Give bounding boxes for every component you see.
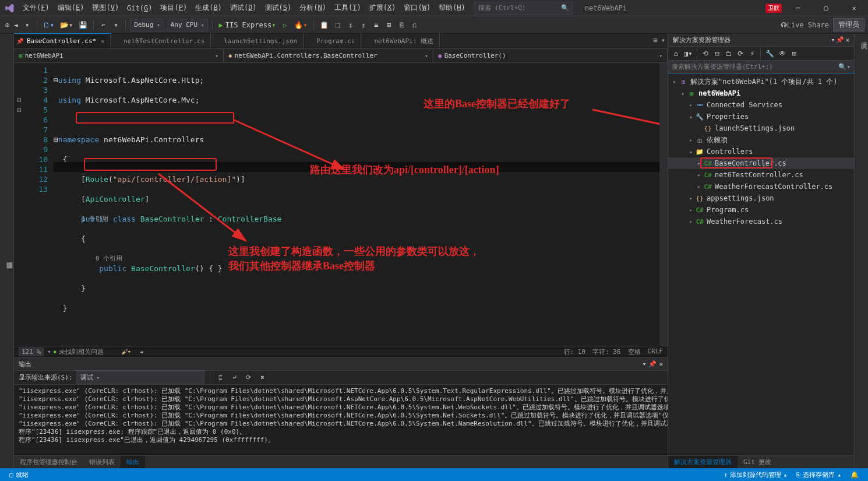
panel-opts-icon[interactable]: ▾ — [643, 360, 647, 368]
se-collapse-icon[interactable]: ⊟ — [712, 47, 722, 60]
tb-icon-3[interactable]: ↧ — [345, 19, 356, 31]
brush-icon[interactable]: 🖌▾ — [121, 348, 132, 356]
user-badge[interactable]: 卫朕 — [765, 3, 782, 13]
menu-H[interactable]: 帮助(H) — [435, 1, 470, 15]
menu-G[interactable]: Git(G) — [123, 2, 156, 14]
bc-class[interactable]: ◆ net6WebAPi.Controllers.BaseController▾ — [224, 49, 433, 62]
panel-close-icon[interactable]: ✕ — [659, 360, 663, 368]
tab-overflow-icon[interactable]: ⊞ — [654, 36, 658, 44]
node-solution[interactable]: ▸⊞解决方案"net6WebAPi"(1 个项目/共 1 个) — [668, 76, 854, 87]
menu-W[interactable]: 窗口(W) — [400, 1, 435, 15]
run-button[interactable]: ▶ IIS Express ▾ — [217, 19, 277, 31]
rp-close-icon[interactable]: ✕ — [845, 36, 849, 44]
node-weatherforecast[interactable]: ▸C#WeatherForecast.cs — [668, 216, 854, 227]
se-showall-icon[interactable]: 🗀 — [724, 47, 734, 60]
node-testcontroller[interactable]: ▸C#net6TestController.cs — [668, 169, 854, 181]
status-add-source[interactable]: ↑ 添加到源代码管理 ▴ — [719, 471, 792, 479]
tb-icon-2[interactable]: ⬚ — [333, 19, 343, 31]
menu-S[interactable]: 测试(S) — [261, 1, 296, 15]
node-deps[interactable]: ▸◫依赖项 — [668, 134, 854, 146]
se-filter-icon[interactable]: ⚡ — [747, 47, 757, 60]
undo-button[interactable]: ↶ — [98, 19, 108, 31]
out-wrap-icon[interactable]: ⤶ — [230, 371, 240, 384]
tb-icon-5[interactable]: ≡ — [371, 19, 382, 31]
se-props-icon[interactable]: 🔧 — [764, 47, 776, 60]
hot-reload-button[interactable]: 🔥▾ — [292, 19, 309, 31]
minimize-button[interactable]: ─ — [786, 0, 810, 16]
menu-V[interactable]: 视图(V) — [88, 1, 123, 15]
menu-T[interactable]: 工具(T) — [330, 1, 365, 15]
status-repo[interactable]: ⎘ 选择存储库 ▴ — [792, 471, 846, 479]
rp-pin-icon[interactable]: 📌 — [836, 36, 844, 44]
save-all-button[interactable]: 💾 — [77, 19, 89, 31]
doc-tab[interactable]: net6TestController.cs — [111, 33, 211, 48]
tb-icon-4[interactable]: ↥ — [358, 19, 369, 31]
zoom-level[interactable]: 121 % — [19, 347, 44, 356]
status-bell-icon[interactable]: 🔔 — [846, 471, 863, 479]
se-home-icon[interactable]: ⌂ — [671, 47, 681, 60]
node-appsettings[interactable]: ▸{}appsettings.json — [668, 192, 854, 204]
node-weathercontroller[interactable]: ▸C#WeatherForecastController.cs — [668, 181, 854, 192]
title-search-box[interactable]: 搜索 (Ctrl+Q) 🔍 — [474, 2, 573, 15]
output-text[interactable]: "iisexpress.exe" (CoreCLR: clrhost): 已加载… — [14, 385, 668, 455]
issues-text[interactable]: 未找到相关问题 — [59, 347, 104, 356]
menu-B[interactable]: 生成(B) — [191, 1, 226, 15]
doc-tab[interactable]: net6WebAPi: 概述 — [361, 33, 439, 48]
maximize-button[interactable]: ▢ — [814, 0, 838, 16]
tb-icon-1[interactable]: 📋 — [318, 19, 330, 31]
out-clear2-icon[interactable]: ✖ — [257, 371, 268, 384]
out-tab[interactable]: 错误列表 — [83, 456, 121, 468]
menu-E[interactable]: 编辑(E) — [54, 1, 89, 15]
se-preview-icon[interactable]: 👁 — [777, 47, 788, 60]
menu-X[interactable]: 扩展(X) — [365, 1, 400, 15]
doc-tab[interactable]: Program.cs — [304, 33, 361, 48]
editor-scrollbar[interactable] — [659, 63, 668, 346]
se-views-icon[interactable]: ◨▾ — [682, 47, 694, 60]
out-autoscroll-icon[interactable]: ⟳ — [244, 371, 254, 384]
config-combo[interactable]: Debug▾ — [130, 19, 164, 31]
out-tab[interactable]: 程序包管理器控制台 — [14, 456, 83, 468]
bc-member[interactable]: ◉ BaseController()▾ — [433, 49, 668, 62]
rp-tab[interactable]: 解决方案资源管理器 — [668, 456, 738, 468]
menu-D[interactable]: 调试(D) — [226, 1, 261, 15]
node-controllers[interactable]: ▴📁Controllers — [668, 146, 854, 157]
nav-fwd-button[interactable]: ▾ — [22, 19, 33, 31]
node-basecontroller[interactable]: ▸C#BaseController.cs — [668, 157, 854, 169]
panel-pin-icon[interactable]: 📌 — [648, 360, 657, 368]
out-clear-icon[interactable]: ≣ — [216, 371, 226, 384]
platform-combo[interactable]: Any CPU▾ — [167, 19, 209, 31]
doc-tab[interactable]: 📌BaseController.cs*✕ — [14, 33, 111, 48]
node-program[interactable]: ▸C#Program.cs — [668, 204, 854, 216]
run-noDebug-button[interactable]: ▷ — [280, 19, 290, 31]
rp-opts-icon[interactable]: ▾ — [831, 36, 835, 44]
out-tab[interactable]: 输出 — [121, 456, 145, 468]
code-editor[interactable]: ⊟⊟ 12345678910111213 ⊟using Microsoft.As… — [14, 63, 668, 346]
node-project[interactable]: ▴▣net6WebAPi — [668, 87, 854, 99]
rp-tab[interactable]: Git 更改 — [738, 456, 778, 468]
node-connected[interactable]: ▸⚯Connected Services — [668, 99, 854, 111]
se-nest-icon[interactable]: ⊞ — [789, 47, 799, 60]
output-source-combo[interactable]: 调试▾ — [76, 371, 204, 384]
solution-tree[interactable]: ▸⊞解决方案"net6WebAPi"(1 个项目/共 1 个) ▴▣net6We… — [668, 73, 854, 455]
bc-project[interactable]: ▣ net6WebAPi▾ — [14, 49, 224, 62]
tb-icon-8[interactable]: ⎌ — [410, 19, 420, 31]
tb-icon-6[interactable]: ⊞ — [384, 19, 394, 31]
redo-button[interactable]: ▾ — [111, 19, 121, 31]
se-refresh-icon[interactable]: ⟳ — [735, 47, 746, 60]
node-properties[interactable]: ▴🔧Properties — [668, 111, 854, 122]
code-area[interactable]: ⊟using Microsoft.AspNetCore.Http; using … — [54, 63, 659, 346]
doc-tab[interactable]: launchSettings.json — [211, 33, 304, 48]
solution-search-box[interactable]: 搜索解决方案资源管理器(Ctrl+;)🔍▾ — [668, 61, 854, 73]
close-button[interactable]: ✕ — [842, 0, 866, 16]
menu-N[interactable]: 分析(N) — [295, 1, 330, 15]
se-sync-icon[interactable]: ⟲ — [700, 47, 711, 60]
nav-back-button[interactable]: ⊙ ◄ — [3, 19, 20, 31]
menu-F[interactable]: 文件(F) — [19, 1, 54, 15]
tb-icon-7[interactable]: ⎘ — [397, 19, 407, 31]
new-item-button[interactable]: 🗋▾ — [41, 19, 56, 31]
menu-P[interactable]: 项目(P) — [156, 1, 191, 15]
tab-dropdown-icon[interactable]: ▾ — [661, 36, 665, 44]
live-share-button[interactable]: ⮉ Live Share — [778, 19, 831, 31]
node-launchsettings[interactable]: {}launchSettings.json — [668, 122, 854, 134]
open-button[interactable]: 📂▾ — [58, 19, 75, 31]
